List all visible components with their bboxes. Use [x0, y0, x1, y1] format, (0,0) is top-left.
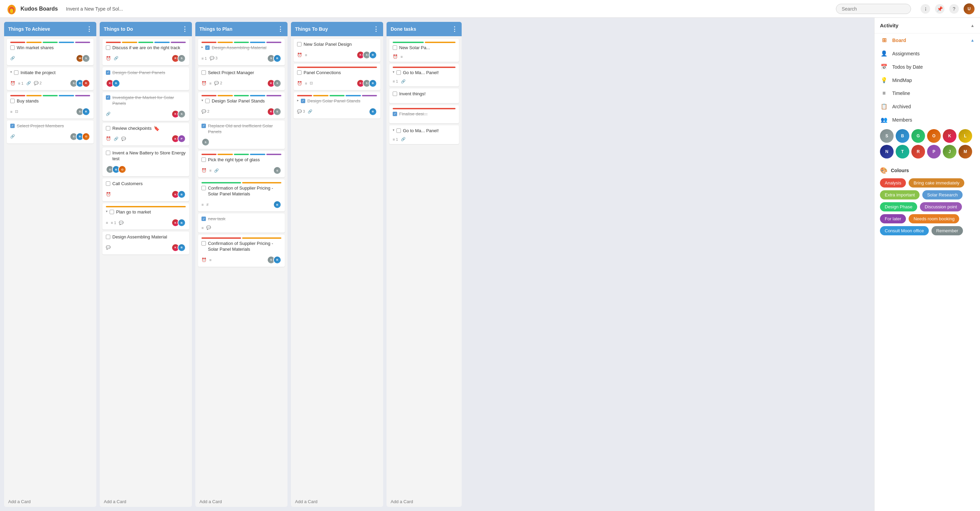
card: ✓ Design Solar Panel Panels KB	[102, 67, 189, 90]
member-avatar[interactable]: M	[958, 145, 972, 159]
card-checkbox[interactable]	[202, 158, 206, 162]
list-icon: ≡ 1	[393, 79, 398, 83]
chevron-down-icon[interactable]: ▾	[106, 209, 108, 213]
colour-tag-consult-moon-office[interactable]: Consult Moon office	[880, 226, 929, 236]
colour-tag-for-later[interactable]: For later	[880, 214, 906, 223]
card-checkbox[interactable]	[10, 45, 15, 50]
colour-tag-design-phase[interactable]: Design Phase	[880, 202, 917, 212]
chevron-down-icon[interactable]: ▾	[393, 70, 395, 74]
card-checkbox[interactable]	[202, 186, 206, 190]
chevron-right-icon[interactable]: ▸	[297, 99, 299, 102]
chevron-down-icon[interactable]: ▾	[393, 128, 395, 132]
card-checkbox[interactable]: ✓	[202, 124, 206, 128]
add-card-button[interactable]: Add a Card	[291, 496, 383, 507]
member-avatar[interactable]: J	[943, 145, 956, 159]
card: Call Customers ⏰ KB	[102, 178, 189, 201]
card-checkbox[interactable]	[110, 210, 114, 214]
column-menu-icon[interactable]: ⋮	[86, 25, 92, 33]
member-avatar[interactable]: G	[912, 129, 925, 143]
chevron-down-icon[interactable]: ▾	[10, 70, 12, 74]
pin-icon[interactable]: 📌	[935, 4, 945, 14]
mini-avatar: B	[178, 190, 186, 199]
card-icons: ≡ 1🔗	[393, 79, 406, 84]
card-checkbox[interactable]: ✓	[393, 112, 397, 116]
help-icon[interactable]: ?	[949, 4, 959, 14]
card-checkbox[interactable]	[10, 99, 15, 103]
card-checkbox[interactable]	[297, 70, 302, 75]
colour-tag-discussion-point[interactable]: Discussion point	[920, 202, 962, 212]
sidebar-item-todos[interactable]: 📅Todos by Date	[875, 60, 980, 73]
card-checkbox[interactable]: ✓	[10, 124, 15, 128]
colour-tag-bring-cake-immediately[interactable]: Bring cake immediately	[908, 178, 964, 188]
card-checkbox[interactable]: ✓	[202, 216, 206, 221]
user-avatar[interactable]: U	[964, 3, 975, 14]
colour-tag-solar-research[interactable]: Solar Research	[922, 190, 963, 199]
chevron-right-icon[interactable]: ▸	[202, 45, 203, 49]
column-menu-icon[interactable]: ⋮	[373, 25, 379, 33]
card-checkbox[interactable]	[14, 70, 18, 75]
sidebar-item-members[interactable]: 👥Members	[875, 113, 980, 126]
search-input[interactable]	[836, 4, 911, 14]
kudos-logo-icon	[5, 3, 18, 15]
member-avatar[interactable]: B	[896, 129, 909, 143]
alarm-icon: ⏰	[202, 81, 207, 86]
color-bars	[297, 95, 377, 96]
add-card-button[interactable]: Add a Card	[100, 496, 192, 507]
card-checkbox[interactable]	[106, 151, 110, 155]
member-avatar[interactable]: R	[912, 145, 925, 159]
column-col3: Things to Plan⋮ ▸ ✓ Design Assembling Ma…	[195, 22, 288, 507]
card-checkbox[interactable]	[106, 126, 110, 131]
mini-avatar: B	[273, 201, 282, 209]
alarm-icon: ⏰	[106, 56, 111, 61]
sidebar-item-archived[interactable]: 📋Archived	[875, 100, 980, 113]
colour-tag-analysis[interactable]: Analysis	[880, 178, 906, 188]
add-card-button[interactable]: Add a Card	[387, 496, 462, 507]
member-avatar[interactable]: O	[927, 129, 941, 143]
member-avatar[interactable]: S	[880, 129, 894, 143]
card-checkbox[interactable]	[202, 241, 206, 245]
colour-tag-needs-room-booking[interactable]: Needs room booking	[908, 214, 959, 223]
sidebar-item-board[interactable]: ⊞Board▲	[875, 33, 980, 47]
colour-tag-remember[interactable]: Remember	[932, 226, 963, 236]
card-checkbox[interactable]	[106, 235, 110, 239]
card-checkbox[interactable]	[393, 92, 397, 96]
card-title: Investigate the Market for Solar Panels	[112, 95, 186, 107]
filter-icon[interactable]: ⫶	[921, 4, 930, 14]
sidebar-item-assignments[interactable]: 👤Assignments	[875, 47, 980, 60]
sidebar-activity-chevron[interactable]: ▲	[970, 23, 975, 28]
add-card-button[interactable]: Add a Card	[4, 496, 96, 507]
sidebar-items: ⊞Board▲👤Assignments📅Todos by Date💡MindMa…	[875, 33, 980, 162]
sidebar-item-mindmap[interactable]: 💡MindMap	[875, 73, 980, 87]
card-checkbox[interactable]	[396, 70, 401, 75]
card-checkbox[interactable]: ✓	[106, 70, 110, 75]
chevron-down-icon[interactable]: ▾	[202, 99, 203, 102]
card-checkbox[interactable]	[205, 99, 210, 103]
card-checkbox[interactable]	[396, 129, 401, 133]
member-avatar[interactable]: T	[896, 145, 909, 159]
colour-tag-extra-important[interactable]: Extra important	[880, 190, 920, 199]
color-bar-segment	[393, 67, 455, 68]
add-card-button[interactable]: Add a Card	[195, 496, 288, 507]
card-checkbox[interactable]: ✓	[106, 95, 110, 100]
card-checkbox[interactable]	[297, 42, 302, 46]
column-menu-icon[interactable]: ⋮	[277, 25, 283, 33]
member-avatar[interactable]: L	[958, 129, 972, 143]
card-checkbox[interactable]: ✓	[205, 45, 210, 50]
card-checkbox[interactable]	[106, 181, 110, 186]
color-bar-segment	[202, 154, 216, 155]
card-checkbox[interactable]	[106, 45, 110, 50]
card-checkbox[interactable]	[393, 45, 397, 50]
card-meta: ≡ 1💬 3 SB	[202, 54, 282, 62]
card-checkbox[interactable]	[202, 70, 206, 75]
sidebar-activity-row[interactable]: Activity ▲	[875, 18, 980, 33]
member-avatar[interactable]: N	[880, 145, 894, 159]
sidebar-item-timeline[interactable]: ≡Timeline	[875, 87, 980, 100]
member-avatar[interactable]: K	[943, 129, 956, 143]
svg-point-2	[10, 8, 13, 13]
member-avatar[interactable]: P	[927, 145, 941, 159]
column-menu-icon[interactable]: ⋮	[182, 25, 188, 33]
column-header: Things to Plan⋮	[195, 22, 288, 36]
column-menu-icon[interactable]: ⋮	[452, 25, 458, 33]
card-checkbox[interactable]: ✓	[301, 99, 305, 103]
card-title: Pick the right type of glass	[208, 157, 260, 163]
